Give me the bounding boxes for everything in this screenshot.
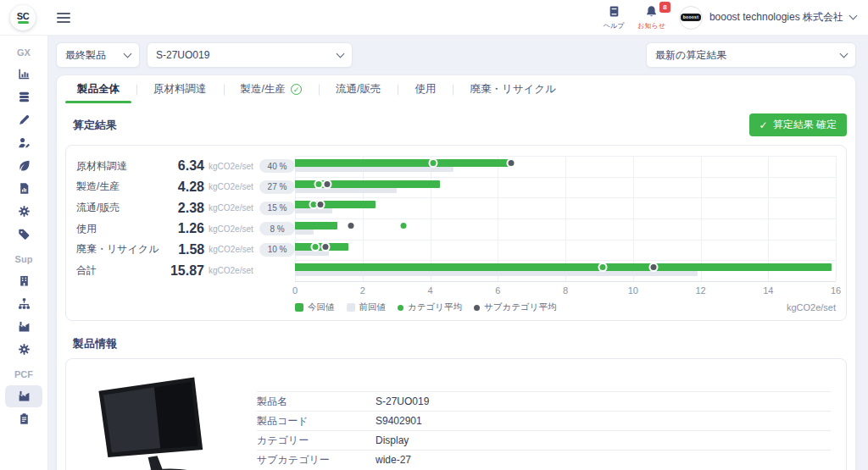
confirm-result-button[interactable]: ✓ 算定結果 確定 bbox=[749, 113, 847, 136]
gridline bbox=[363, 156, 364, 281]
user-edit-icon bbox=[5, 132, 42, 154]
legend-item: 前回値 bbox=[347, 301, 387, 313]
sidebar-item-leaf[interactable] bbox=[0, 154, 47, 177]
current-value-bar bbox=[295, 201, 376, 208]
sidebar-item-clipboard[interactable] bbox=[0, 407, 47, 430]
tab-stage-5[interactable]: 廃棄・リサイクル bbox=[453, 75, 572, 103]
product-image bbox=[66, 359, 257, 470]
stage-label: 原材料調達 bbox=[76, 159, 159, 174]
tab-label: 使用 bbox=[415, 82, 436, 97]
help-button[interactable]: ヘルプ bbox=[604, 5, 625, 30]
stage-percent-badge: 8 % bbox=[259, 222, 295, 235]
notifications-button[interactable]: 8 お知らせ bbox=[637, 5, 665, 30]
product-field-value: S9402901 bbox=[376, 415, 422, 427]
tab-label: 流通/販売 bbox=[336, 82, 381, 97]
chart-row-2: 流通/販売2.38kgCO2e/set15 % bbox=[76, 197, 295, 218]
top-navbar: SC ヘルプ 8 お知らせ booost booost technologies… bbox=[0, 0, 868, 36]
chart-plot-area bbox=[295, 156, 836, 281]
legend-label: サブカテゴリ平均 bbox=[484, 301, 556, 313]
sidebar-item-bar-chart[interactable] bbox=[0, 63, 47, 86]
factory-icon bbox=[5, 316, 42, 338]
legend-swatch bbox=[474, 305, 480, 311]
x-axis-tick: 6 bbox=[495, 285, 500, 296]
stage-label: 廃棄・リサイクル bbox=[76, 242, 159, 257]
sidebar-item-factory[interactable] bbox=[0, 315, 47, 338]
x-axis-tick: 0 bbox=[292, 285, 298, 296]
app-logo[interactable]: SC bbox=[10, 5, 36, 30]
result-value: 最新の算定結果 bbox=[655, 48, 841, 63]
previous-value-bar bbox=[295, 271, 698, 276]
product-field-row: 製品コードS9402901 bbox=[257, 411, 831, 430]
stage-label: 流通/販売 bbox=[76, 201, 159, 215]
chart-row-0: 原材料調達6.34kgCO2e/set40 % bbox=[76, 156, 295, 177]
gridline bbox=[295, 281, 836, 282]
product-dropdown[interactable]: S-27UO019 bbox=[147, 42, 353, 68]
stage-percent-badge: 27 % bbox=[259, 180, 295, 194]
gridline bbox=[498, 156, 498, 281]
category-average-dot bbox=[315, 181, 321, 187]
product-info-table: 製品名S-27UO019製品コードS9402901カテゴリーDisplayサブカ… bbox=[257, 359, 846, 470]
clipboard-icon bbox=[5, 408, 42, 430]
gridline bbox=[565, 156, 566, 281]
sidebar-item-report[interactable] bbox=[0, 177, 47, 200]
sidebar-item-building[interactable] bbox=[0, 269, 47, 292]
account-menu[interactable]: booost booost technologies 株式会社 bbox=[679, 6, 856, 30]
building-icon bbox=[5, 270, 42, 292]
x-axis-tick: 8 bbox=[563, 285, 568, 296]
gridline bbox=[633, 156, 634, 281]
chart-row-5: 合計15.87kgCO2e/set bbox=[76, 260, 295, 281]
app-logo-swoosh bbox=[18, 21, 29, 24]
result-dropdown[interactable]: 最新の算定結果 bbox=[646, 42, 856, 68]
filter-row: 最終製品 S-27UO019 最新の算定結果 bbox=[56, 36, 856, 75]
sidebar-item-user-edit[interactable] bbox=[0, 131, 47, 154]
product-info-title: 製品情報 bbox=[57, 336, 855, 351]
sidebar-item-sitemap[interactable] bbox=[0, 292, 47, 315]
chart-x-axis: 0246810121416 bbox=[295, 285, 836, 298]
pen-icon bbox=[5, 109, 42, 131]
legend-label: カテゴリ平均 bbox=[408, 301, 462, 313]
product-field-row: 製品名S-27UO019 bbox=[257, 391, 831, 411]
product-field-label: サブカテゴリー bbox=[257, 453, 376, 467]
sidebar-section-label: PCF bbox=[0, 364, 47, 384]
sidebar-item-pen[interactable] bbox=[0, 108, 47, 131]
product-field-row: サブカテゴリーwide-27 bbox=[257, 450, 831, 469]
subcategory-average-dot bbox=[322, 244, 328, 250]
x-axis-tick: 10 bbox=[628, 285, 638, 296]
legend-item: カテゴリ平均 bbox=[398, 301, 462, 313]
gridline bbox=[431, 156, 431, 281]
tab-stage-1[interactable]: 原材料調達 bbox=[136, 75, 224, 103]
sidebar-item-gear[interactable] bbox=[0, 338, 47, 361]
x-axis-tick: 12 bbox=[695, 285, 705, 296]
database-icon bbox=[5, 86, 42, 108]
lifecycle-tabs: 製品全体原材料調達製造/生産✓流通/販売使用廃棄・リサイクル bbox=[57, 75, 855, 103]
tab-stage-2[interactable]: 製造/生産✓ bbox=[224, 75, 319, 103]
gridline bbox=[701, 156, 702, 281]
legend-swatch bbox=[347, 303, 355, 312]
sidebar-item-tags[interactable] bbox=[0, 223, 47, 246]
sidebar-item-database[interactable] bbox=[0, 86, 47, 108]
product-field-label: カテゴリー bbox=[257, 434, 376, 448]
product-type-dropdown[interactable]: 最終製品 bbox=[56, 42, 140, 68]
sidebar-item-gear[interactable] bbox=[0, 200, 47, 223]
confirm-result-label: 算定結果 確定 bbox=[773, 118, 837, 132]
notifications-label: お知らせ bbox=[637, 21, 665, 30]
tab-stage-3[interactable]: 流通/販売 bbox=[319, 75, 398, 103]
sidebar-item-factory[interactable] bbox=[0, 384, 47, 407]
chart-row-1: 製造/生産4.28kgCO2e/set27 % bbox=[76, 177, 295, 198]
tab-label: 製品全体 bbox=[77, 82, 120, 97]
menu-button[interactable] bbox=[57, 13, 70, 23]
chart-value-column: 原材料調達6.34kgCO2e/set40 %製造/生産4.28kgCO2e/s… bbox=[76, 156, 295, 315]
x-axis-tick: 14 bbox=[763, 285, 773, 296]
previous-value-bar bbox=[295, 167, 453, 172]
legend-swatch bbox=[295, 303, 303, 312]
leaf-icon bbox=[5, 155, 42, 177]
stage-unit: kgCO2e/set bbox=[209, 182, 258, 191]
bar-chart-icon bbox=[5, 64, 42, 86]
report-icon bbox=[5, 178, 42, 200]
tab-all-product[interactable]: 製品全体 bbox=[60, 75, 136, 103]
bell-icon bbox=[645, 5, 658, 20]
current-value-bar bbox=[295, 222, 337, 229]
tab-label: 原材料調達 bbox=[153, 82, 207, 97]
previous-value-bar bbox=[295, 188, 397, 193]
tab-stage-4[interactable]: 使用 bbox=[398, 75, 453, 103]
